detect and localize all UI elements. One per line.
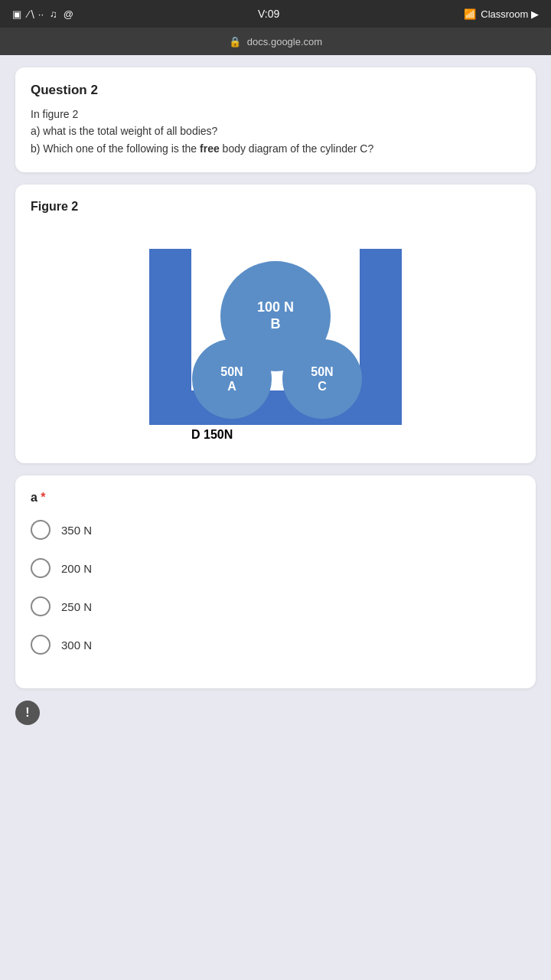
radio-350n[interactable]: [31, 520, 51, 540]
svg-rect-2: [149, 390, 402, 425]
address-bar[interactable]: 🔒 docs.google.com: [0, 28, 551, 55]
question-body: In figure 2 a) what is the total weight …: [31, 106, 520, 157]
svg-point-9: [282, 339, 362, 419]
svg-point-6: [192, 339, 272, 419]
music-icon: ♫: [50, 8, 57, 20]
battery-icon: ▣: [12, 8, 21, 20]
svg-rect-1: [360, 249, 402, 410]
required-star: *: [41, 491, 45, 504]
svg-text:D 150N: D 150N: [191, 428, 233, 441]
bottom-hint: !: [0, 701, 551, 733]
lock-icon: 🔒: [229, 36, 241, 47]
svg-text:C: C: [318, 380, 327, 393]
svg-text:50N: 50N: [220, 365, 243, 378]
svg-text:100 N: 100 N: [257, 299, 294, 315]
status-right-icons: 📶 Classroom ▶: [464, 8, 539, 20]
carrier-label: Classroom ▶: [481, 8, 539, 20]
question-line-3: b) Which one of the following is the fre…: [31, 142, 373, 155]
option-200n[interactable]: 200 N: [31, 558, 520, 578]
answer-label: a *: [31, 491, 520, 505]
svg-text:B: B: [271, 316, 281, 332]
figure-card: Figure 2 100 N B 50N A 50N: [15, 185, 536, 463]
exclamation-label: !: [25, 706, 29, 720]
radio-200n[interactable]: [31, 558, 51, 578]
answer-card: a * 350 N 200 N 250 N 300 N: [15, 475, 536, 688]
svg-rect-0: [149, 249, 191, 410]
question-title: Question 2: [31, 83, 520, 98]
svg-text:A: A: [227, 380, 236, 393]
status-bar: ▣ ⁄∖ ·· ♫ @ V:09 📶 Classroom ▶: [0, 0, 551, 28]
radio-250n[interactable]: [31, 596, 51, 616]
signal-icons: ⁄∖ ··: [28, 8, 44, 20]
content-area: Question 2 In figure 2 a) what is the to…: [0, 55, 551, 701]
cast-icon: @: [64, 8, 73, 20]
option-label-250n: 250 N: [61, 600, 92, 613]
option-label-300n: 300 N: [61, 639, 92, 652]
question-line-1: In figure 2: [31, 108, 78, 120]
figure-diagram: 100 N B 50N A 50N C D 150N: [126, 226, 425, 448]
option-300n[interactable]: 300 N: [31, 635, 520, 655]
url-text: docs.google.com: [247, 36, 322, 47]
figure-container: 100 N B 50N A 50N C D 150N: [31, 226, 520, 448]
answer-letter: a: [31, 491, 37, 504]
status-time: V:09: [258, 8, 279, 20]
option-label-200n: 200 N: [61, 562, 92, 575]
question-line-2: a) what is the total weight of all bodie…: [31, 125, 217, 137]
radio-300n[interactable]: [31, 635, 51, 655]
exclamation-button[interactable]: !: [15, 701, 40, 725]
option-250n[interactable]: 250 N: [31, 596, 520, 616]
question-card: Question 2 In figure 2 a) what is the to…: [15, 67, 536, 172]
status-left-icons: ▣ ⁄∖ ·· ♫ @: [12, 8, 73, 20]
option-350n[interactable]: 350 N: [31, 520, 520, 540]
figure-title: Figure 2: [31, 200, 520, 214]
svg-text:50N: 50N: [311, 365, 333, 378]
wifi-icon: 📶: [464, 8, 476, 20]
option-label-350n: 350 N: [61, 524, 92, 537]
